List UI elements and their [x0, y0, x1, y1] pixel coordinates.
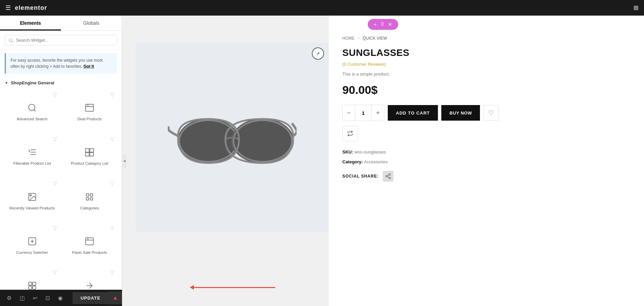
widget-badge [53, 93, 57, 98]
svg-rect-20 [86, 238, 94, 245]
widgets-grid: Advanced Search Deal Products [0, 89, 122, 306]
widget-label-categories: Categories [80, 206, 99, 211]
svg-rect-24 [33, 282, 36, 285]
product-details: HOME → QUICK VIEW SUNGLASSES (0 Customer… [329, 16, 644, 306]
preview-area: ↗ [122, 16, 644, 306]
svg-rect-16 [90, 152, 94, 156]
settings-icon[interactable]: ⚙ [3, 292, 15, 304]
widget-label-flash-sale: Flash Sale Products [72, 250, 107, 255]
svg-rect-23 [28, 282, 32, 285]
svg-point-30 [234, 121, 291, 161]
svg-rect-26 [33, 286, 36, 289]
svg-line-1 [12, 41, 13, 42]
collapse-handle[interactable]: ◀ [122, 154, 127, 168]
quantity-control: − 1 + [342, 105, 384, 121]
wishlist-button[interactable]: ♡ [483, 105, 499, 121]
widget-badge [110, 270, 115, 276]
widget-badge [110, 137, 115, 142]
history-icon[interactable]: ↩ [29, 292, 41, 304]
widget-badge [110, 93, 115, 98]
category-value[interactable]: Accessories [364, 159, 388, 164]
compare-icon [347, 130, 353, 137]
svg-rect-15 [86, 152, 89, 156]
tab-elements[interactable]: Elements [0, 16, 61, 30]
social-share-row: SOCIAL SHARE: [342, 171, 630, 182]
svg-point-31 [389, 174, 391, 175]
breadcrumb: HOME → QUICK VIEW [342, 36, 630, 41]
widget-label-deal-products: Deal Products [77, 117, 102, 122]
widget-product-category[interactable]: Product Category List [62, 135, 117, 176]
chevron-up-button[interactable]: ▲ [108, 291, 122, 304]
compare-row [342, 126, 630, 141]
expand-button[interactable]: ↗ [312, 47, 324, 60]
widget-search-icon [26, 102, 38, 114]
widget-categories[interactable]: Categories [62, 179, 117, 221]
svg-point-18 [30, 195, 32, 196]
widget-flash-sale[interactable]: Flash Sale Products [62, 224, 117, 265]
floating-close-icon[interactable]: ✕ [387, 21, 394, 28]
elementor-logo: elementor [15, 4, 47, 12]
qty-minus-button[interactable]: − [343, 105, 355, 121]
widget-deal-products[interactable]: Deal Products [62, 90, 117, 132]
grid-icon[interactable]: ⊞ [633, 4, 639, 12]
info-banner: For easy access, favorite the widgets yo… [5, 53, 117, 74]
widget-deal-icon [83, 102, 96, 114]
product-reviews[interactable]: (0 Customer Reviews) [342, 62, 630, 67]
sidebar-tabs: Elements Globals [0, 16, 122, 31]
search-input[interactable] [16, 38, 113, 43]
widget-recent-icon [26, 191, 38, 203]
svg-rect-14 [90, 149, 94, 152]
section-header: ▼ ShopEngine General [0, 77, 122, 89]
product-sku: SKU: woo-sunglasses [342, 148, 630, 156]
widget-currency-icon [26, 235, 38, 247]
social-share-label: SOCIAL SHARE: [342, 174, 379, 179]
widget-category-icon [83, 146, 96, 158]
widget-badge [53, 137, 57, 142]
widget-currency-switcher[interactable]: Currency Switcher [5, 224, 60, 265]
qty-value: 1 [355, 105, 372, 121]
widget-badge [53, 181, 57, 187]
floating-plus-icon[interactable]: + [373, 21, 378, 28]
widget-badge [53, 270, 57, 276]
widget-filter-icon [26, 146, 38, 158]
hamburger-icon[interactable]: ☰ [5, 4, 11, 12]
content-area: ◀ + ⠿ ✕ ↗ [122, 16, 644, 306]
widget-badge [110, 226, 115, 231]
qty-plus-button[interactable]: + [372, 105, 384, 121]
product-title: SUNGLASSES [342, 47, 630, 58]
svg-rect-4 [86, 104, 94, 111]
product-category-meta: Category: Accessories [342, 158, 630, 166]
floating-dots-icon[interactable]: ⠿ [379, 21, 385, 28]
update-button[interactable]: UPDATE [73, 292, 108, 304]
top-bar: ☰ elementor ⊞ [0, 0, 644, 16]
widget-label-advanced-search: Advanced Search [17, 117, 47, 122]
buy-now-button[interactable]: BUY NOW [441, 105, 480, 121]
widget-advanced-search[interactable]: Advanced Search [5, 90, 60, 132]
widget-filterable-product[interactable]: Filterable Product List [5, 135, 60, 176]
product-price: 90.00$ [342, 83, 630, 97]
product-description: This is a simple product. [342, 72, 630, 77]
tab-globals[interactable]: Globals [61, 16, 122, 30]
compare-button[interactable] [342, 126, 358, 141]
toolbar-icons: ⚙ ◫ ↩ ⊡ ◉ [0, 292, 66, 304]
preview-icon[interactable]: ◉ [55, 292, 66, 304]
layers-icon[interactable]: ◫ [16, 292, 28, 304]
svg-rect-13 [86, 149, 89, 152]
product-image-area: ↗ [136, 43, 329, 232]
widget-recently-viewed[interactable]: Recently Viewed Products [5, 179, 60, 221]
svg-point-0 [9, 38, 12, 41]
share-icon [385, 173, 391, 179]
breadcrumb-home[interactable]: HOME [342, 36, 355, 41]
responsive-icon[interactable]: ⊡ [42, 292, 53, 304]
got-it-link[interactable]: Got It [83, 64, 94, 69]
search-box [5, 35, 117, 45]
search-container [0, 31, 122, 50]
section-arrow-icon: ▼ [5, 81, 8, 85]
breadcrumb-arrow-icon: → [357, 36, 361, 41]
add-to-cart-button[interactable]: ADD TO CART [388, 105, 438, 121]
widget-badge [53, 226, 57, 231]
floating-toolbar: + ⠿ ✕ [368, 19, 398, 30]
social-share-icon[interactable] [383, 171, 394, 182]
svg-point-2 [28, 104, 35, 111]
svg-point-32 [386, 176, 388, 177]
